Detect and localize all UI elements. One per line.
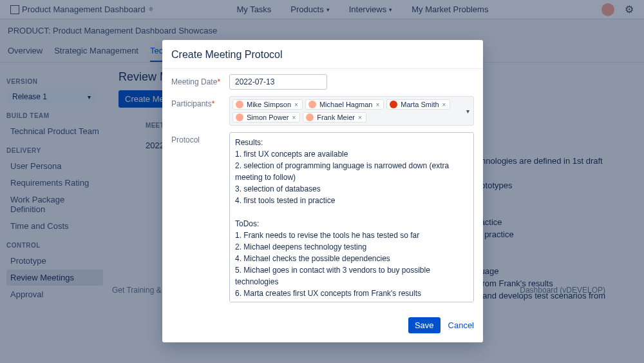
cancel-button[interactable]: Cancel — [448, 320, 474, 330]
participant-chip[interactable]: Mike Simpson× — [232, 99, 303, 110]
participants-input[interactable]: Mike Simpson× Michael Hagman× Marta Smit… — [229, 96, 474, 126]
avatar-icon — [308, 101, 316, 108]
participant-chip[interactable]: Marta Smith× — [386, 99, 450, 110]
remove-icon[interactable]: × — [294, 101, 298, 108]
remove-icon[interactable]: × — [375, 101, 379, 108]
modal-title: Create Meeting Protocol — [162, 40, 483, 69]
avatar-icon — [236, 101, 243, 108]
label-meeting-date: Meeting Date* — [171, 74, 229, 86]
label-participants: Participants* — [171, 96, 229, 108]
avatar-icon — [390, 101, 397, 108]
avatar-icon — [236, 113, 243, 121]
participant-chip[interactable]: Frank Meier× — [303, 112, 366, 123]
create-meeting-modal: Create Meeting Protocol Meeting Date* Pa… — [162, 40, 483, 342]
meeting-date-input[interactable] — [229, 74, 327, 90]
protocol-textarea[interactable] — [229, 132, 474, 302]
label-protocol: Protocol — [171, 132, 229, 144]
participant-chip[interactable]: Michael Hagman× — [305, 99, 384, 110]
save-button[interactable]: Save — [408, 317, 440, 333]
avatar-icon — [306, 113, 314, 121]
remove-icon[interactable]: × — [358, 114, 362, 121]
remove-icon[interactable]: × — [292, 114, 296, 121]
participant-chip[interactable]: Simon Power× — [232, 112, 300, 123]
remove-icon[interactable]: × — [442, 101, 446, 108]
chevron-down-icon[interactable]: ▾ — [466, 108, 469, 115]
